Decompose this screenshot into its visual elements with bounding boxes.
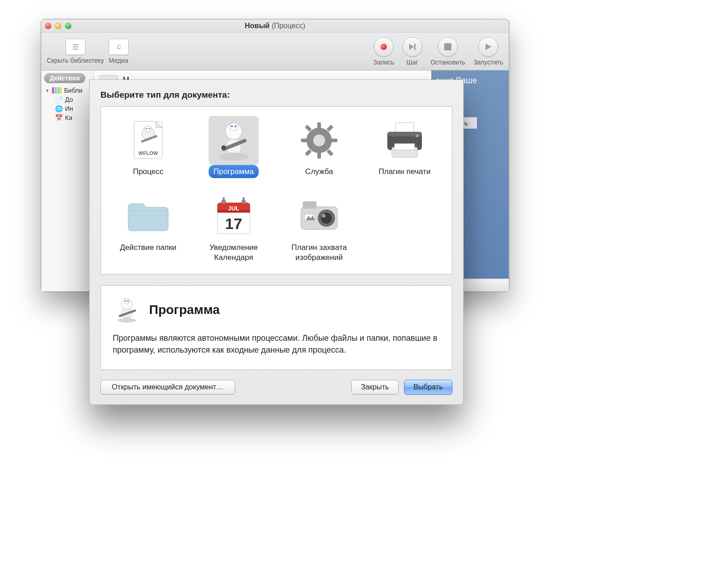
template-label: Процесс — [128, 165, 168, 178]
open-existing-button[interactable]: Открыть имеющийся документ… — [100, 380, 235, 394]
svg-point-16 — [231, 125, 233, 127]
run-label: Запустить — [473, 59, 503, 66]
template-label: Действие папки — [115, 241, 181, 254]
tree-item-label: Ин — [65, 105, 73, 112]
svg-point-57 — [127, 300, 129, 302]
svg-point-9 — [146, 128, 148, 130]
svg-text:17: 17 — [225, 215, 242, 232]
window-title: Новый (Процесс) — [41, 22, 509, 30]
svg-rect-46 — [303, 201, 316, 209]
printer-icon — [380, 116, 430, 165]
svg-rect-21 — [317, 122, 321, 129]
stop-icon — [438, 37, 458, 57]
template-folder-action[interactable]: Действие папки — [105, 192, 191, 264]
media-button[interactable]: ♫ Медиа — [109, 39, 129, 64]
template-label: Служба — [300, 165, 337, 178]
hide-library-label: Скрыть библиотеку — [47, 57, 104, 64]
svg-point-15 — [230, 123, 238, 131]
workflow-icon: WFLOW — [123, 116, 173, 165]
template-workflow[interactable]: WFLOW Процесс — [105, 116, 191, 178]
svg-rect-25 — [305, 125, 312, 132]
svg-point-12 — [219, 153, 248, 160]
template-chooser-sheet: Выберите тип для документа: WFLOW Процес… — [89, 80, 464, 405]
run-button[interactable]: Запустить — [473, 37, 503, 66]
svg-text:WFLOW: WFLOW — [139, 150, 158, 156]
svg-rect-28 — [326, 149, 334, 156]
window-title-sub: (Процесс) — [272, 22, 305, 30]
svg-point-52 — [118, 318, 136, 323]
svg-marker-0 — [409, 44, 414, 50]
choose-button[interactable]: Выбрать — [404, 380, 452, 394]
svg-point-10 — [149, 128, 150, 130]
svg-rect-27 — [305, 149, 312, 156]
svg-rect-1 — [414, 44, 416, 50]
toolbar: ☰ Скрыть библиотеку ♫ Медиа Запись Шаг — [41, 32, 509, 70]
svg-point-29 — [313, 135, 325, 146]
service-icon — [294, 116, 344, 165]
calendar-icon: JUL 17 — [209, 192, 259, 241]
template-calendar-alarm[interactable]: JUL 17 Уведомление Календаря — [191, 192, 276, 264]
close-button[interactable]: Закрыть — [351, 380, 399, 394]
template-service[interactable]: Служба — [276, 116, 362, 178]
template-label: Плагин захвата изображений — [278, 241, 360, 264]
titlebar: Новый (Процесс) — [41, 20, 509, 32]
svg-point-17 — [235, 125, 236, 127]
svg-marker-3 — [486, 44, 491, 50]
library-label: Библи — [64, 87, 82, 94]
media-label: Медиа — [109, 57, 128, 64]
template-print-plugin[interactable]: Плагин печати — [362, 116, 447, 178]
sidebar: Действия ▼ Библи 📄 До 🌐 Ин 📅 Ка — [41, 70, 94, 291]
application-icon — [209, 116, 259, 165]
automator-app-icon — [113, 296, 141, 324]
svg-point-35 — [416, 135, 419, 137]
description-title: Программа — [149, 303, 220, 317]
hide-library-button[interactable]: ☰ Скрыть библиотеку — [47, 39, 104, 64]
stop-button[interactable]: Остановить — [431, 37, 465, 66]
template-application[interactable]: Программа — [191, 116, 276, 178]
template-description: Программа Программы являются автономными… — [100, 285, 452, 370]
svg-rect-40 — [223, 197, 225, 203]
step-icon — [402, 37, 422, 57]
step-label: Шаг — [406, 59, 418, 66]
library-tree[interactable]: ▼ Библи 📄 До 🌐 Ин 📅 Ка — [41, 86, 93, 122]
template-grid: WFLOW Процесс — [100, 106, 452, 274]
library-icon: ☰ — [65, 39, 85, 55]
template-label: Плагин печати — [374, 165, 436, 178]
library-root[interactable]: ▼ Библи — [42, 86, 92, 95]
svg-rect-42 — [243, 197, 245, 203]
sheet-buttons: Открыть имеющийся документ… Закрыть Выбр… — [100, 380, 452, 394]
svg-text:JUL: JUL — [228, 205, 240, 212]
svg-point-19 — [221, 145, 226, 150]
record-icon — [374, 37, 394, 57]
record-button[interactable]: Запись — [373, 37, 394, 66]
tab-actions[interactable]: Действия — [44, 73, 85, 83]
template-label: Уведомление Календаря — [193, 241, 275, 264]
template-image-capture-plugin[interactable]: Плагин захвата изображений — [276, 192, 362, 264]
svg-rect-24 — [331, 139, 337, 142]
disclosure-triangle-icon[interactable]: ▼ — [45, 88, 50, 93]
globe-icon: 🌐 — [55, 105, 63, 112]
run-icon — [478, 37, 498, 57]
calendar-icon: 📅 — [55, 114, 63, 121]
svg-point-56 — [125, 300, 126, 302]
library-icon — [52, 87, 62, 94]
window-title-main: Новый — [245, 22, 270, 30]
sheet-prompt: Выберите тип для документа: — [100, 90, 452, 100]
svg-point-48 — [321, 213, 332, 224]
svg-rect-23 — [301, 139, 307, 142]
tree-item[interactable]: 📄 До — [42, 95, 92, 104]
record-label: Запись — [373, 59, 394, 66]
tree-item[interactable]: 📅 Ка — [42, 113, 92, 122]
media-icon: ♫ — [109, 39, 129, 55]
tree-item[interactable]: 🌐 Ин — [42, 104, 92, 113]
svg-rect-26 — [326, 125, 334, 132]
svg-rect-34 — [395, 144, 415, 150]
svg-point-55 — [124, 299, 130, 304]
tree-item-label: Ка — [65, 114, 72, 121]
step-button[interactable]: Шаг — [402, 37, 422, 66]
svg-rect-30 — [396, 123, 414, 133]
svg-point-49 — [322, 214, 325, 218]
folder-icon — [123, 192, 173, 241]
toolbar-right: Запись Шаг Остановить Запустить — [373, 37, 503, 66]
template-label: Программа — [209, 165, 258, 178]
